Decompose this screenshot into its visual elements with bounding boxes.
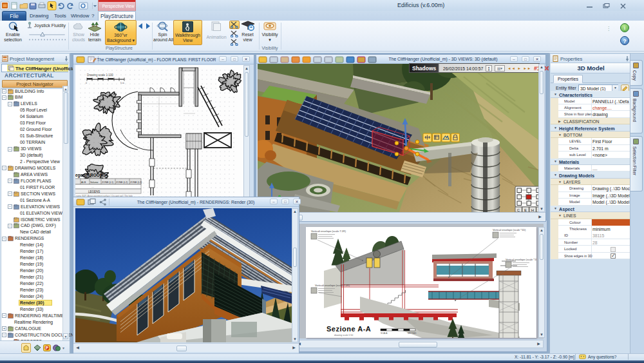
svg-text:ZONE (L2): ZONE (L2): [130, 181, 142, 184]
svg-text:?: ?: [623, 38, 627, 44]
svg-text:Volume: Volume: [90, 181, 99, 184]
svg-text:....: ....: [91, 186, 94, 188]
svg-text:0: 0: [86, 82, 87, 84]
svg-text:Verticali envelope (scale 7.1R: Verticali envelope (scale 7.1R): [315, 284, 350, 287]
svg-text:ALB: ALB: [81, 181, 86, 184]
svg-text:Legend: ROOMS: Legend: ROOMS: [75, 173, 106, 178]
svg-text:Vertical envelope (scale *1D: Vertical envelope (scale *1D: [506, 258, 536, 261]
svg-text:SCALA: SCALA: [381, 332, 388, 335]
svg-text:P: P: [46, 346, 49, 350]
svg-text:C: C: [517, 208, 520, 212]
svg-text:drawing scale 1:50: drawing scale 1:50: [334, 334, 353, 337]
svg-text:Sezione A-A: Sezione A-A: [327, 325, 371, 333]
svg-text:5 m: 5 m: [120, 82, 124, 84]
svg-text:E: E: [524, 208, 527, 212]
svg-text:LEGENS: LEGENS: [88, 190, 100, 193]
svg-text:Verticali envelope (scale 7.1R: Verticali envelope (scale 7.1R): [311, 230, 346, 233]
svg-text:METRAS: METRAS: [408, 332, 416, 335]
svg-text:Vertical envelope (scale *1D): Vertical envelope (scale *1D): [493, 228, 526, 231]
svg-text:ZONE (L2): ZONE (L2): [116, 181, 128, 184]
svg-text:Drawing scale 1:100: Drawing scale 1:100: [87, 74, 113, 77]
svg-text:ZONE (L1): ZONE (L1): [102, 181, 114, 184]
svg-text:H: H: [531, 208, 534, 212]
